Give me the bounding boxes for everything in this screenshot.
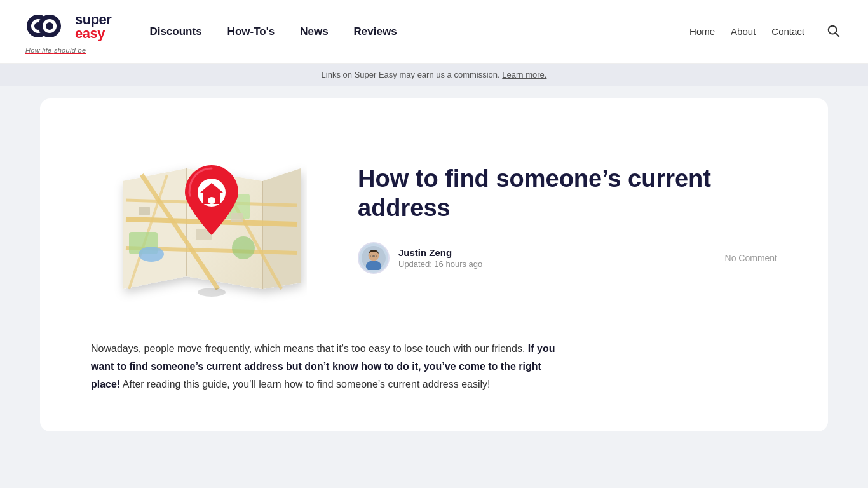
- article-hero: How to find someone’s current address: [40, 98, 828, 340]
- commission-bar: Links on Super Easy may earn us a commis…: [0, 64, 868, 86]
- tagline-normal: How life: [25, 46, 54, 54]
- article-title: How to find someone’s current address: [358, 165, 714, 222]
- nav-about[interactable]: About: [731, 26, 756, 37]
- svg-point-22: [139, 247, 164, 262]
- nav-discounts[interactable]: Discounts: [149, 25, 201, 38]
- article-body-intro: Nowadays, people move frequently, which …: [91, 343, 525, 354]
- site-header: super easy How life should be Discounts …: [0, 0, 868, 64]
- article-card: How to find someone’s current address: [40, 98, 828, 431]
- svg-rect-30: [208, 197, 215, 204]
- svg-rect-24: [231, 213, 243, 222]
- logo-tagline: How life should be: [25, 46, 86, 54]
- author-info: Justin Zeng Updated: 16 hours ago: [358, 242, 482, 274]
- logo-text: super easy: [75, 13, 111, 41]
- nav-contact[interactable]: Contact: [771, 26, 804, 37]
- svg-rect-25: [139, 207, 150, 215]
- svg-line-7: [836, 33, 839, 36]
- logo-super-text: super: [75, 13, 111, 27]
- author-updated: Updated: 16 hours ago: [398, 259, 482, 269]
- author-avatar-image: [362, 246, 386, 270]
- nav-home[interactable]: Home: [689, 26, 715, 37]
- article-image-area: [78, 130, 320, 308]
- article-body-rest: After reading this guide, you’ll learn h…: [123, 379, 491, 390]
- learn-more-link[interactable]: Learn more.: [502, 70, 546, 79]
- svg-point-26: [198, 288, 226, 297]
- author-name: Justin Zeng: [398, 247, 482, 258]
- article-body: Nowadays, people move frequently, which …: [40, 340, 612, 431]
- nav-news[interactable]: News: [300, 25, 328, 38]
- commission-text: Links on Super Easy may earn us a commis…: [322, 70, 547, 79]
- logo-icon: [25, 9, 70, 44]
- no-comment: No Comment: [725, 253, 777, 263]
- author-row: Justin Zeng Updated: 16 hours ago No Com…: [358, 242, 777, 274]
- nav-reviews[interactable]: Reviews: [354, 25, 397, 38]
- author-details: Justin Zeng Updated: 16 hours ago: [398, 247, 482, 269]
- main-nav: Discounts How-To's News Reviews: [149, 25, 397, 38]
- tagline-italic: should be: [54, 46, 86, 54]
- logo-area: super easy How life should be: [25, 9, 111, 54]
- map-illustration: [91, 130, 307, 308]
- article-intro-paragraph: Nowadays, people move frequently, which …: [91, 340, 561, 393]
- article-meta-area: How to find someone’s current address: [358, 165, 777, 273]
- search-icon: [826, 24, 840, 37]
- author-avatar: [358, 242, 390, 274]
- secondary-nav: Home About Contact: [689, 26, 804, 37]
- svg-point-5: [46, 22, 53, 30]
- header-right: Home About Contact: [689, 21, 843, 42]
- main-wrapper: How to find someone’s current address: [27, 98, 841, 431]
- svg-marker-10: [262, 168, 301, 289]
- search-button[interactable]: [824, 21, 843, 42]
- nav-howtos[interactable]: How-To's: [227, 25, 275, 38]
- logo-easy-text: easy: [75, 27, 111, 41]
- svg-point-21: [232, 236, 255, 259]
- header-left: super easy How life should be Discounts …: [25, 9, 397, 54]
- logo-graphic: super easy: [25, 9, 111, 44]
